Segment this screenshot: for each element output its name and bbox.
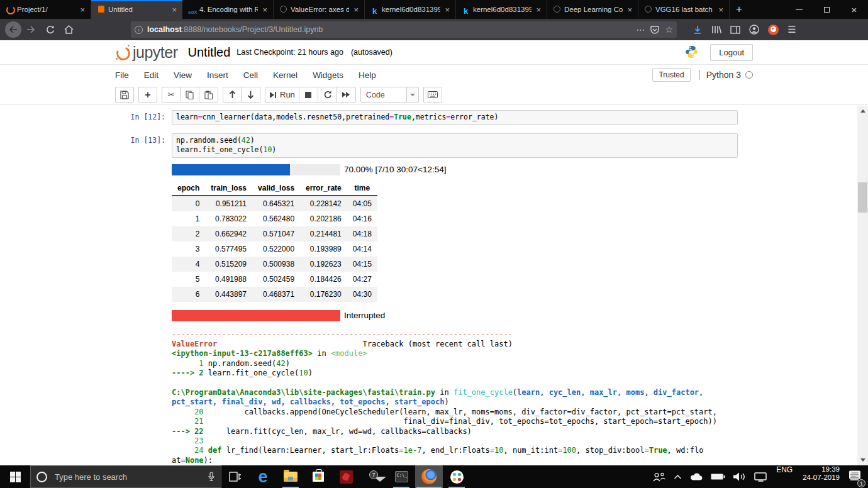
notebook-title[interactable]: Untitled — [188, 45, 231, 60]
tab-close-icon[interactable]: × — [625, 5, 634, 14]
taskbar-msi-app-button[interactable] — [332, 465, 360, 488]
pocket-icon[interactable] — [650, 25, 660, 35]
hamburger-menu-icon: ☰ — [787, 24, 796, 35]
duckduckgo-extension-button[interactable] — [764, 21, 782, 38]
jupyter-logo-icon[interactable] — [115, 45, 130, 60]
scrollbar-thumb[interactable] — [858, 182, 867, 213]
navbar-right-icons: ☰ — [688, 21, 801, 38]
url-bar[interactable]: i localhost :8888/notebooks/Project/3/Un… — [131, 21, 677, 38]
taskbar-file-explorer-button[interactable] — [277, 465, 304, 488]
scroll-down-button[interactable] — [857, 455, 868, 465]
forward-button[interactable] — [21, 21, 40, 38]
download-icon — [693, 25, 702, 35]
jupyter-brand-text[interactable]: jupyter — [133, 43, 178, 62]
logout-button[interactable]: Logout — [710, 44, 753, 61]
account-button[interactable] — [745, 21, 764, 38]
restart-icon — [323, 91, 331, 99]
back-button[interactable] — [5, 21, 21, 38]
new-tab-button[interactable]: + — [730, 0, 748, 19]
menu-item-widgets[interactable]: Widgets — [305, 67, 351, 84]
move-cell-up-button[interactable] — [223, 87, 242, 103]
browser-tab[interactable]: Deep Learning Cour× — [547, 0, 638, 19]
cut-cell-button[interactable]: ✂ — [162, 87, 181, 103]
browser-tab[interactable]: VGG16 last batch Va× — [638, 0, 730, 19]
show-hidden-icons-button[interactable] — [670, 465, 686, 488]
copy-cell-button[interactable] — [181, 87, 199, 103]
taskbar-store-button[interactable] — [304, 465, 332, 488]
sidebar-button[interactable] — [726, 21, 745, 38]
minimize-button[interactable] — [785, 0, 813, 19]
bookmark-star-icon[interactable]: ☆ — [665, 25, 673, 35]
language-indicator[interactable]: ENG — [771, 465, 798, 488]
reload-button[interactable] — [40, 21, 59, 38]
table-cell: 04:18 — [347, 226, 377, 241]
interrupted-bar — [172, 310, 340, 321]
browser-tab[interactable]: kernel6d0d831395 |× — [456, 0, 547, 19]
taskbar-firefox-button[interactable] — [415, 465, 443, 488]
network-tray-button[interactable] — [750, 465, 771, 488]
interrupt-kernel-button[interactable] — [299, 87, 318, 103]
run-cell-button[interactable]: Run — [265, 87, 299, 103]
move-cell-down-button[interactable] — [242, 87, 260, 103]
battery-tray-button[interactable] — [707, 465, 729, 488]
menu-item-help[interactable]: Help — [351, 67, 384, 84]
windows-logo-icon — [10, 472, 21, 482]
start-button[interactable] — [0, 465, 30, 488]
add-cell-button[interactable]: + — [138, 87, 157, 103]
menu-item-edit[interactable]: Edit — [136, 67, 166, 84]
menu-item-file[interactable]: File — [115, 67, 136, 84]
taskbar-console-button[interactable]: C:\_ — [387, 465, 415, 488]
browser-menu-button[interactable]: ☰ — [782, 21, 801, 38]
tab-close-icon[interactable]: × — [716, 5, 725, 14]
save-button[interactable] — [115, 87, 134, 103]
dropdown-button[interactable] — [406, 87, 418, 102]
kernel-name: Python 3 — [706, 70, 741, 80]
people-button[interactable] — [648, 465, 670, 488]
tab-close-icon[interactable]: × — [352, 5, 360, 14]
taskbar-edge-button[interactable]: e — [249, 465, 277, 488]
browser-tab[interactable]: Project/1/× — [0, 0, 91, 19]
volume-tray-button[interactable] — [729, 465, 750, 488]
browser-tab[interactable]: 4. Encoding with RN× — [182, 0, 274, 19]
maximize-button[interactable] — [813, 0, 840, 19]
taskbar-mail-button[interactable]: 7 — [360, 465, 387, 488]
browser-tab[interactable]: kernel6d0d831395 |× — [365, 0, 456, 19]
menu-item-view[interactable]: View — [166, 67, 199, 84]
library-button[interactable] — [707, 21, 726, 38]
tab-close-icon[interactable]: × — [170, 5, 179, 14]
cell-type-dropdown[interactable]: Code — [360, 87, 419, 103]
home-button[interactable] — [59, 21, 78, 38]
paste-cell-button[interactable] — [199, 87, 218, 103]
onedrive-tray-button[interactable] — [686, 465, 707, 488]
restart-run-all-button[interactable] — [337, 87, 356, 103]
action-center-button[interactable]: 1 — [845, 465, 868, 488]
code-editor[interactable]: np.random.seed(42)learn.fit_one_cycle(10… — [172, 133, 738, 158]
tab-close-icon[interactable]: × — [443, 5, 452, 14]
clock[interactable]: 19:39 24-07-2019 — [798, 465, 845, 488]
page-actions-icon[interactable]: ⋯ — [632, 25, 650, 35]
browser-tab[interactable]: Untitled× — [91, 0, 182, 19]
taskbar-slack-button[interactable] — [443, 465, 470, 488]
table-cell: 2 — [172, 226, 205, 241]
mail-badge: 7 — [369, 470, 378, 479]
tab-close-icon[interactable]: × — [260, 5, 269, 14]
task-view-button[interactable] — [221, 465, 249, 488]
menu-item-insert[interactable]: Insert — [199, 67, 236, 84]
site-info-icon[interactable]: i — [135, 26, 143, 34]
downloads-button[interactable] — [688, 21, 707, 38]
menu-item-cell[interactable]: Cell — [236, 67, 265, 84]
notebook-scrollbar[interactable] — [857, 106, 868, 465]
menu-item-kernel[interactable]: Kernel — [265, 67, 305, 84]
close-window-button[interactable]: × — [840, 0, 868, 19]
jupyter-toolbar: + ✂ Run Code — [0, 85, 868, 105]
microphone-icon[interactable] — [208, 472, 215, 482]
code-editor[interactable]: learn=cnn_learner(data,models.resnet50,p… — [172, 110, 738, 125]
browser-tab[interactable]: ValueError: axes don× — [274, 0, 365, 19]
command-palette-button[interactable] — [423, 87, 442, 103]
tab-title: kernel6d0d831395 | — [382, 6, 440, 13]
restart-kernel-button[interactable] — [318, 87, 337, 103]
tab-close-icon[interactable]: × — [78, 5, 87, 14]
scroll-up-button[interactable] — [857, 106, 868, 116]
tab-close-icon[interactable]: × — [534, 5, 543, 14]
taskbar-search-input[interactable]: Type here to search — [30, 465, 221, 488]
